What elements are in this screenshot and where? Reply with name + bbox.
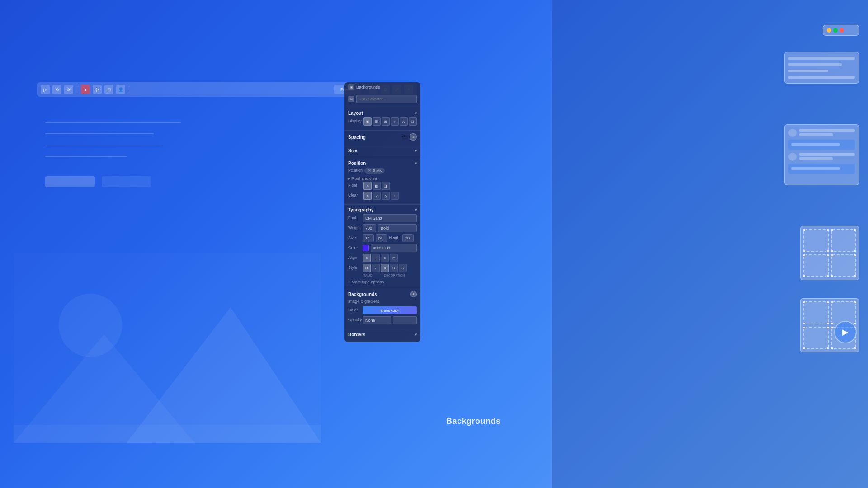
float-right-btn[interactable]: ◨	[382, 182, 390, 190]
strikethrough-btn[interactable]: S	[399, 264, 407, 272]
align-justify-btn[interactable]: ⊡	[390, 254, 398, 262]
css-selector-input[interactable]	[356, 95, 417, 103]
handle-br-6[interactable]	[854, 322, 856, 325]
backgrounds-header[interactable]: Backgrounds +	[348, 291, 417, 297]
handle-bl-3[interactable]	[803, 275, 806, 277]
more-type-options-link[interactable]: + More type options	[348, 279, 417, 285]
handle-br-7[interactable]	[826, 347, 829, 350]
cross-btn[interactable]: ✕	[381, 264, 389, 272]
handle-bl-2[interactable]	[830, 250, 833, 253]
grid-cell-3[interactable]	[803, 254, 829, 277]
size-unit-input[interactable]: px	[376, 234, 387, 242]
spacing-header[interactable]: Spacing ··· +	[348, 133, 417, 141]
handle-tl-5[interactable]	[803, 301, 806, 304]
canvas-btn-2[interactable]	[102, 176, 151, 187]
handle-br-2[interactable]	[854, 250, 856, 253]
display-btn-grid[interactable]: ○	[391, 117, 399, 126]
window-btn-close[interactable]	[840, 28, 844, 33]
weight-name-input[interactable]: Bold	[378, 224, 417, 232]
italic-btn[interactable]: I	[372, 264, 380, 272]
borders-header[interactable]: Borders ▾	[348, 332, 417, 337]
handle-br-3[interactable]	[826, 275, 829, 277]
underline-btn[interactable]: U	[390, 264, 398, 272]
handle-bl-5[interactable]	[803, 322, 806, 325]
bold-btn[interactable]: B	[363, 264, 371, 272]
grid-cell-4[interactable]	[831, 254, 856, 277]
backgrounds-add-btn[interactable]: +	[410, 291, 417, 297]
clear-right-btn[interactable]: ↘	[382, 192, 390, 200]
float-clear-link[interactable]: ▸ Float and clear	[348, 175, 417, 182]
handle-bl[interactable]	[803, 250, 806, 253]
record-icon[interactable]: ●	[81, 85, 90, 94]
height-input[interactable]: 20	[402, 234, 414, 242]
handle-tr-3[interactable]	[826, 254, 829, 257]
grid-cell-1[interactable]	[803, 229, 829, 252]
grid-cell-2[interactable]	[831, 229, 856, 252]
card-btn-1[interactable]	[788, 140, 855, 150]
handle-tl[interactable]	[803, 229, 806, 231]
display-btn-none[interactable]: ⊟	[409, 117, 417, 126]
display-btn-block[interactable]: ▣	[363, 117, 372, 126]
redo-icon[interactable]: ⟳	[64, 85, 73, 94]
handle-bl-8[interactable]	[830, 347, 833, 350]
align-right-btn[interactable]: ≡	[381, 254, 389, 262]
handle-bl-4[interactable]	[830, 275, 833, 277]
handle-tl-4[interactable]	[830, 254, 833, 257]
handle-br-8[interactable]	[854, 347, 856, 350]
handle-tl-3[interactable]	[803, 254, 806, 257]
handle-bl-6[interactable]	[830, 322, 833, 325]
spacing-add-btn[interactable]: +	[410, 133, 417, 141]
handle-tl-8[interactable]	[830, 326, 833, 329]
handle-tr-7[interactable]	[826, 326, 829, 329]
handle-tr-4[interactable]	[854, 254, 856, 257]
grid-cell-7[interactable]	[803, 327, 829, 350]
position-static-chip[interactable]: ✕ Static	[364, 168, 385, 174]
font-input[interactable]: DM Sans	[363, 214, 417, 222]
float-left-btn[interactable]: ◧	[373, 182, 381, 190]
brand-color-btn[interactable]: Brand color	[363, 306, 417, 314]
handle-br-5[interactable]	[826, 322, 829, 325]
clear-none-btn[interactable]: ✕	[363, 192, 372, 200]
opacity-input[interactable]: None	[363, 316, 391, 324]
position-header[interactable]: Position ▾	[348, 161, 417, 166]
window-btn-minimize[interactable]	[827, 28, 831, 33]
weight-input[interactable]: 700	[363, 224, 376, 232]
display-btn-flex-col[interactable]: ⊞	[382, 117, 390, 126]
opacity-select[interactable]	[393, 316, 417, 324]
handle-tl-7[interactable]	[803, 326, 806, 329]
handle-tl-2[interactable]	[830, 229, 833, 231]
typography-header[interactable]: Typography ▾	[348, 207, 417, 212]
size-header[interactable]: Size ▸	[348, 148, 417, 153]
handle-br[interactable]	[826, 250, 829, 253]
handle-tl-6[interactable]	[830, 301, 833, 304]
layout-header[interactable]: Layout ▾	[348, 111, 417, 116]
align-center-btn[interactable]: ☰	[372, 254, 380, 262]
color-input[interactable]: #323ED1	[371, 244, 417, 252]
handle-tr[interactable]	[826, 229, 829, 231]
undo-icon[interactable]: ⟲	[52, 85, 61, 94]
handle-tr-6[interactable]	[854, 301, 856, 304]
float-none-btn[interactable]: ✕	[363, 182, 372, 190]
select-tool-icon[interactable]: ▷	[41, 85, 50, 94]
grid-cell-5[interactable]	[803, 301, 829, 324]
clear-left-btn[interactable]: ↙	[373, 192, 381, 200]
handle-tr-5[interactable]	[826, 301, 829, 304]
display-btn-flex-row[interactable]: ☰	[373, 117, 381, 126]
handle-br-4[interactable]	[854, 275, 856, 277]
display-btn-inline[interactable]: A	[400, 117, 408, 126]
align-left-btn[interactable]: ≡	[363, 254, 371, 262]
user-icon[interactable]: 👤	[116, 85, 125, 94]
size-value: 14	[365, 236, 370, 240]
size-input[interactable]: 14	[363, 234, 374, 242]
window-btn-maximize[interactable]	[833, 28, 838, 33]
color-swatch[interactable]	[363, 245, 369, 251]
code-icon[interactable]: {}	[93, 85, 102, 94]
handle-tr-2[interactable]	[854, 229, 856, 231]
handle-bl-7[interactable]	[803, 347, 806, 350]
clear-both-btn[interactable]: ↕	[391, 192, 399, 200]
export-icon[interactable]: ⊡	[104, 85, 113, 94]
card-btn-2[interactable]	[788, 164, 855, 174]
canvas-btn[interactable]	[45, 176, 95, 187]
action-circle-btn[interactable]: ▶	[834, 321, 857, 343]
position-x-btn[interactable]: ✕	[367, 168, 372, 173]
